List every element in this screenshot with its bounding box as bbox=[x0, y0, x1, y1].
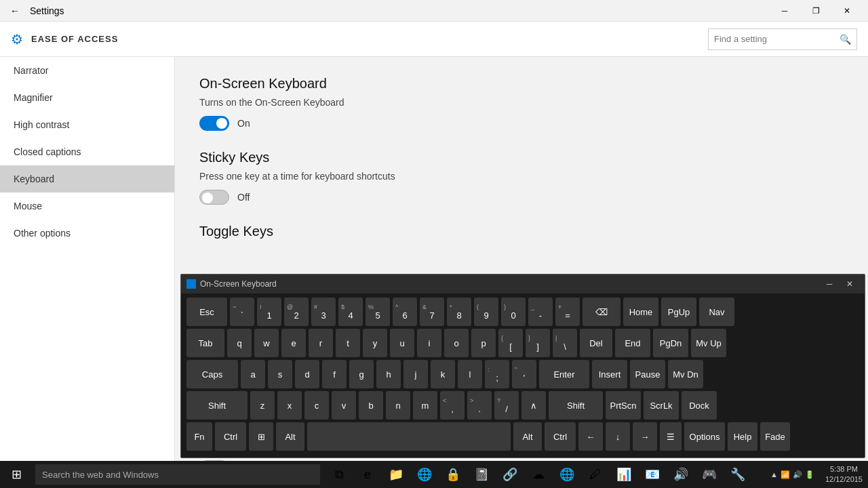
osk-key-2-2[interactable]: s bbox=[268, 360, 292, 388]
sidebar-item-keyboard[interactable]: Keyboard bbox=[0, 165, 174, 192]
taskbar-app-5[interactable]: 📓 bbox=[468, 461, 495, 488]
osk-key-3-15[interactable]: Dock bbox=[682, 391, 717, 420]
osk-key-4-0[interactable]: Fn bbox=[186, 422, 212, 451]
osk-key-4-13[interactable]: Fade bbox=[760, 422, 790, 451]
expand-tray-icon[interactable]: ▲ bbox=[770, 470, 778, 479]
taskbar-app-9[interactable]: 🖊 bbox=[582, 461, 609, 488]
taskbar-app-4[interactable]: 🔒 bbox=[439, 461, 467, 488]
taskbar-app-8[interactable]: 🌐 bbox=[553, 461, 580, 488]
osk-key-0-5[interactable]: $4 bbox=[338, 298, 363, 326]
osk-key-4-3[interactable]: Alt bbox=[276, 422, 304, 451]
taskbar-app-10[interactable]: 📊 bbox=[610, 461, 637, 488]
osk-key-4-2[interactable]: ⊞ bbox=[249, 422, 273, 451]
osk-key-0-15[interactable]: Home bbox=[623, 298, 658, 326]
osk-key-2-11[interactable]: "' bbox=[512, 360, 536, 388]
close-button[interactable]: ✕ bbox=[831, 0, 863, 22]
osk-key-3-9[interactable]: >. bbox=[467, 391, 492, 420]
osk-key-4-10[interactable]: ☰ bbox=[660, 422, 682, 451]
osk-key-0-17[interactable]: Nav bbox=[699, 298, 734, 326]
osk-key-3-1[interactable]: z bbox=[250, 391, 275, 420]
osk-key-2-9[interactable]: l bbox=[458, 360, 482, 388]
osk-key-4-6[interactable]: Ctrl bbox=[545, 422, 576, 451]
osk-key-1-5[interactable]: t bbox=[336, 329, 360, 357]
sidebar-item-other-options[interactable]: Other options bbox=[0, 220, 174, 247]
osk-key-3-7[interactable]: m bbox=[413, 391, 437, 420]
osk-key-2-4[interactable]: f bbox=[322, 360, 347, 388]
search-input[interactable] bbox=[714, 34, 840, 44]
osk-key-0-2[interactable]: !1 bbox=[257, 298, 281, 326]
osk-key-1-11[interactable]: {[ bbox=[498, 329, 523, 357]
osk-key-0-9[interactable]: *8 bbox=[447, 298, 471, 326]
osk-key-3-6[interactable]: n bbox=[386, 391, 410, 420]
osk-key-0-8[interactable]: &7 bbox=[420, 298, 444, 326]
sidebar-item-high-contrast[interactable]: High contrast bbox=[0, 111, 174, 138]
osk-key-0-10[interactable]: (9 bbox=[474, 298, 498, 326]
osk-key-4-12[interactable]: Help bbox=[728, 422, 757, 451]
osk-key-3-14[interactable]: ScrLk bbox=[644, 391, 679, 420]
osk-key-3-5[interactable]: b bbox=[359, 391, 383, 420]
sticky-keys-toggle[interactable] bbox=[199, 190, 229, 205]
osk-key-1-9[interactable]: o bbox=[444, 329, 469, 357]
taskbar-app-0[interactable]: ⧉ bbox=[326, 461, 353, 488]
taskbar-app-7[interactable]: ☁ bbox=[525, 461, 552, 488]
restore-button[interactable]: ❐ bbox=[800, 0, 831, 22]
osk-minimize-button[interactable]: ─ bbox=[820, 276, 839, 292]
osk-key-1-12[interactable]: }] bbox=[526, 329, 550, 357]
osk-key-1-4[interactable]: r bbox=[309, 329, 333, 357]
osk-key-1-13[interactable]: |\ bbox=[553, 329, 577, 357]
osk-key-2-14[interactable]: Pause bbox=[630, 360, 665, 388]
osk-key-3-0[interactable]: Shift bbox=[186, 391, 248, 420]
osk-key-3-13[interactable]: PrtScn bbox=[606, 391, 641, 420]
osk-key-1-14[interactable]: Del bbox=[580, 329, 612, 357]
sidebar-item-narrator[interactable]: Narrator bbox=[0, 57, 174, 84]
osk-key-0-6[interactable]: %5 bbox=[366, 298, 390, 326]
osk-key-3-8[interactable]: <, bbox=[440, 391, 465, 420]
osk-key-0-7[interactable]: ^6 bbox=[393, 298, 417, 326]
taskbar-clock[interactable]: 5:38 PM 12/12/2015 bbox=[820, 464, 868, 485]
osk-key-1-1[interactable]: q bbox=[227, 329, 252, 357]
taskbar-app-2[interactable]: 📁 bbox=[382, 461, 410, 488]
osk-key-1-0[interactable]: Tab bbox=[186, 329, 224, 357]
sidebar-item-closed-captions[interactable]: Closed captions bbox=[0, 138, 174, 165]
search-box[interactable]: 🔍 bbox=[708, 28, 857, 50]
osk-key-1-2[interactable]: w bbox=[254, 329, 279, 357]
osk-close-button[interactable]: ✕ bbox=[840, 276, 859, 292]
osk-key-3-2[interactable]: x bbox=[277, 391, 302, 420]
osk-key-3-4[interactable]: v bbox=[332, 391, 356, 420]
osk-key-2-7[interactable]: j bbox=[403, 360, 428, 388]
osk-key-4-8[interactable]: ↓ bbox=[606, 422, 630, 451]
osk-key-4-1[interactable]: Ctrl bbox=[215, 422, 246, 451]
taskbar-app-13[interactable]: 🎮 bbox=[696, 461, 723, 488]
osk-key-0-1[interactable]: ~` bbox=[230, 298, 254, 326]
osk-key-3-12[interactable]: Shift bbox=[549, 391, 603, 420]
taskbar-app-1[interactable]: e bbox=[354, 461, 381, 488]
osk-key-2-5[interactable]: g bbox=[349, 360, 374, 388]
osk-key-2-6[interactable]: h bbox=[376, 360, 401, 388]
osk-key-3-3[interactable]: c bbox=[304, 391, 329, 420]
osk-key-4-7[interactable]: ← bbox=[578, 422, 603, 451]
osk-key-4-11[interactable]: Options bbox=[684, 422, 725, 451]
osk-key-0-3[interactable]: @2 bbox=[284, 298, 309, 326]
osk-key-4-9[interactable]: → bbox=[633, 422, 657, 451]
osk-key-2-12[interactable]: Enter bbox=[539, 360, 589, 388]
osk-key-2-13[interactable]: Insert bbox=[592, 360, 627, 388]
osk-key-3-11[interactable]: ∧ bbox=[521, 391, 546, 420]
taskbar-app-14[interactable]: 🔧 bbox=[724, 461, 751, 488]
osk-key-0-12[interactable]: _- bbox=[528, 298, 553, 326]
osk-key-0-16[interactable]: PgUp bbox=[661, 298, 696, 326]
taskbar-search[interactable]: Search the web and Windows bbox=[35, 464, 320, 485]
taskbar-app-12[interactable]: 🔊 bbox=[667, 461, 694, 488]
osk-key-2-0[interactable]: Caps bbox=[186, 360, 238, 388]
taskbar-app-3[interactable]: 🌐 bbox=[411, 461, 438, 488]
osk-key-1-15[interactable]: End bbox=[615, 329, 650, 357]
back-button[interactable]: ← bbox=[5, 1, 24, 20]
osk-key-2-10[interactable]: :; bbox=[485, 360, 509, 388]
osk-key-2-8[interactable]: k bbox=[431, 360, 455, 388]
osk-key-3-10[interactable]: ?/ bbox=[494, 391, 519, 420]
osk-key-2-1[interactable]: a bbox=[241, 360, 265, 388]
osk-key-1-7[interactable]: u bbox=[390, 329, 414, 357]
start-button[interactable]: ⊞ bbox=[0, 461, 33, 488]
sidebar-item-magnifier[interactable]: Magnifier bbox=[0, 84, 174, 111]
osk-key-1-6[interactable]: y bbox=[363, 329, 387, 357]
osk-key-2-3[interactable]: d bbox=[295, 360, 319, 388]
